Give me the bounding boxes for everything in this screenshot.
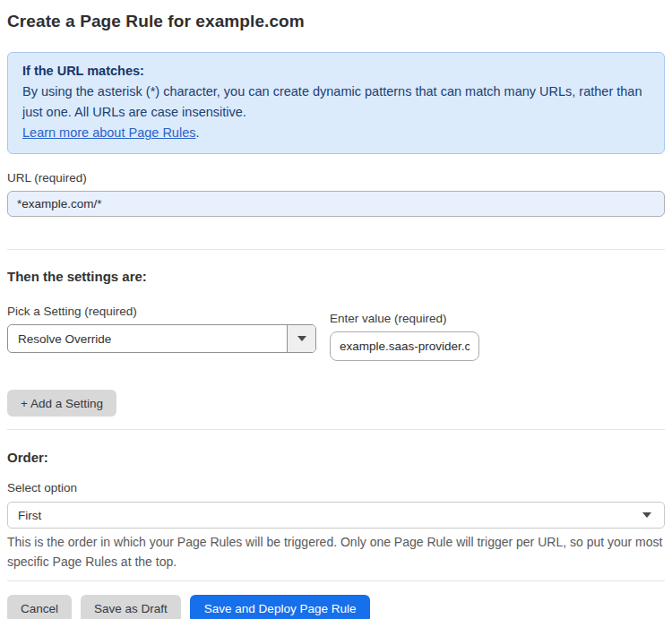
section-divider [7, 429, 665, 430]
action-buttons-row: Cancel Save as Draft Save and Deploy Pag… [7, 595, 665, 619]
page-title: Create a Page Rule for example.com [7, 11, 665, 32]
info-box-link-line: Learn more about Page Rules. [22, 123, 650, 143]
info-box-heading: If the URL matches: [22, 61, 650, 82]
url-match-info-box: If the URL matches: By using the asteris… [7, 52, 665, 154]
setting-dropdown-value: Resolve Override [8, 325, 287, 352]
chevron-down-icon [297, 336, 306, 341]
order-select-value: First [18, 509, 41, 522]
cancel-button[interactable]: Cancel [7, 595, 72, 619]
section-divider [7, 249, 665, 250]
add-setting-button[interactable]: + Add a Setting [7, 390, 116, 417]
save-and-deploy-button[interactable]: Save and Deploy Page Rule [190, 595, 371, 619]
dropdown-arrow-button[interactable] [287, 325, 315, 352]
save-as-draft-button[interactable]: Save as Draft [81, 595, 181, 619]
select-option-label: Select option [7, 481, 665, 495]
pick-setting-label: Pick a Setting (required) [7, 305, 316, 319]
link-period: . [195, 125, 199, 140]
settings-heading: Then the settings are: [7, 269, 665, 285]
setting-dropdown[interactable]: Resolve Override [7, 324, 316, 353]
url-input[interactable] [7, 191, 665, 217]
pick-setting-column: Pick a Setting (required) Resolve Overri… [7, 305, 316, 353]
order-heading: Order: [7, 450, 665, 466]
section-divider [7, 580, 665, 581]
url-label: URL (required) [7, 171, 665, 185]
setting-value-input[interactable] [330, 331, 479, 361]
chevron-down-icon [642, 512, 651, 518]
create-page-rule-form: Create a Page Rule for example.com If th… [0, 11, 672, 619]
learn-more-link[interactable]: Learn more about Page Rules [22, 125, 195, 140]
order-help-text: This is the order in which your Page Rul… [7, 532, 665, 572]
enter-value-label: Enter value (required) [330, 312, 479, 326]
info-box-body: By using the asterisk (*) character, you… [22, 82, 650, 123]
order-select[interactable]: First [7, 502, 665, 529]
settings-row: Pick a Setting (required) Resolve Overri… [7, 305, 665, 361]
enter-value-column: Enter value (required) [330, 312, 479, 361]
